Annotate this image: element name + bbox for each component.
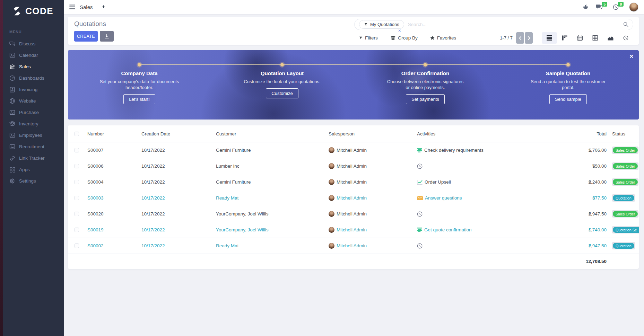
step-title: Order Confirmation [373, 70, 477, 76]
cell-total: 750.00 [592, 163, 607, 169]
shop-icon [9, 64, 15, 70]
export-button[interactable] [100, 31, 114, 42]
funnel-icon [364, 23, 368, 26]
hamburger-menu-icon[interactable] [69, 5, 75, 9]
salesperson-avatar [329, 195, 334, 201]
set-payments-button[interactable]: Set payments [406, 94, 445, 104]
select-all-checkbox[interactable] [75, 132, 79, 136]
row-checkbox[interactable] [75, 148, 79, 152]
invoice-document-icon [9, 87, 15, 92]
brand-name: CODE [25, 6, 53, 17]
activity-view-icon[interactable] [618, 32, 633, 44]
row-checkbox[interactable] [75, 228, 79, 232]
cell-customer: YourCompany, Joel Willis [216, 227, 329, 232]
app-title[interactable]: Sales [80, 4, 93, 10]
favorites-label: Favorites [437, 35, 456, 41]
list-controls: Filters Group By Favorites 1-7 / 7 [354, 32, 633, 44]
search-input[interactable]: Search... [408, 22, 427, 27]
filter-chip-my-quotations[interactable]: My Quotations ✕ [359, 20, 404, 29]
sidebar-item-apps[interactable]: Apps [0, 164, 64, 175]
download-icon [104, 34, 109, 39]
col-header-creation-date[interactable]: Creation Date [141, 131, 216, 136]
lets-start-button[interactable]: Let's start! [123, 94, 155, 104]
cell-activity[interactable]: Answer questions [425, 195, 462, 201]
main-content: Quotations CREATE My Quotations ✕ Search… [64, 14, 644, 336]
sidebar-item-inventory[interactable]: Inventory [0, 118, 64, 130]
col-header-status[interactable]: Status [607, 131, 639, 136]
row-checkbox[interactable] [75, 180, 79, 184]
graph-view-icon[interactable] [603, 32, 618, 44]
table-row[interactable]: S00019 10/17/2022 YourCompany, Joel Will… [68, 222, 639, 238]
sidebar-item-label: Settings [19, 178, 36, 184]
gauge-icon [9, 75, 15, 81]
cell-activity[interactable]: Get quote confirmation [424, 227, 472, 232]
sidebar-item-employees[interactable]: Employees [0, 130, 64, 141]
search-bar[interactable]: My Quotations ✕ Search... [354, 19, 633, 30]
filters-button[interactable]: Filters [359, 35, 378, 41]
table-row[interactable]: S00002 10/17/2022 Ready Mat Mitchell Adm… [68, 238, 639, 254]
col-header-total[interactable]: Total [571, 131, 607, 136]
chart-activity-icon [417, 180, 423, 185]
kanban-view-icon[interactable] [557, 32, 572, 44]
debug-bug-icon[interactable] [583, 4, 588, 10]
cell-total: 2,240.00 [588, 179, 607, 185]
cell-number: S00007 [81, 148, 141, 153]
sidebar-item-link-tracker[interactable]: Link Tracker [0, 152, 64, 164]
sidebar-item-discuss[interactable]: Discuss [0, 38, 64, 50]
add-tab-button[interactable]: + [102, 3, 105, 10]
cell-number: S00004 [81, 179, 141, 185]
filter-chip-label: My Quotations [370, 22, 399, 27]
table-header-row: Number Creation Date Customer Salesperso… [68, 125, 639, 142]
brand-logo[interactable]: CODE [0, 0, 64, 22]
sidebar-item-invoicing[interactable]: Invoicing [0, 84, 64, 95]
messages-icon[interactable]: 5 [596, 4, 602, 10]
pager-next-button[interactable] [525, 32, 533, 44]
cell-activity[interactable]: Order Upsell [425, 179, 451, 185]
customize-button[interactable]: Customize [266, 88, 298, 98]
row-checkbox[interactable] [75, 244, 79, 248]
salesperson-avatar [329, 147, 334, 153]
onboarding-step-order-confirmation: Order Confirmation Choose between electr… [373, 70, 477, 104]
table-row[interactable]: S00020 10/17/2022 YourCompany, Joel Will… [68, 206, 639, 222]
send-sample-button[interactable]: Send sample [549, 94, 587, 104]
table-row[interactable]: S00004 10/17/2022 Gemini Furniture Mitch… [68, 174, 639, 190]
sidebar-item-settings[interactable]: Settings [0, 175, 64, 187]
row-checkbox[interactable] [75, 196, 79, 200]
table-row[interactable]: S00007 10/17/2022 Gemini Furniture Mitch… [68, 142, 639, 158]
sidebar-item-label: Recruitment [19, 144, 44, 149]
group-by-button[interactable]: Group By [391, 35, 418, 41]
clock-activity-icon[interactable] [417, 211, 423, 217]
row-checkbox[interactable] [75, 164, 79, 168]
create-button[interactable]: CREATE [74, 31, 98, 42]
page-title: Quotations [74, 20, 106, 28]
col-header-activities[interactable]: Activities [417, 131, 571, 136]
table-row[interactable]: S00006 10/17/2022 Lumber Inc Mitchell Ad… [68, 158, 639, 174]
timeline-dot [566, 63, 570, 67]
sidebar-item-calendar[interactable]: Calendar [0, 50, 64, 61]
col-header-customer[interactable]: Customer [216, 131, 329, 136]
favorites-button[interactable]: Favorites [430, 35, 456, 41]
table-row[interactable]: S00003 10/17/2022 Ready Mat Mitchell Adm… [68, 190, 639, 206]
col-header-salesperson[interactable]: Salesperson [329, 131, 417, 136]
pager-previous-button[interactable] [516, 32, 524, 44]
row-checkbox[interactable] [75, 212, 79, 216]
col-header-number[interactable]: Number [81, 131, 141, 136]
search-icon[interactable] [623, 22, 628, 27]
close-icon[interactable]: ✕ [629, 53, 634, 60]
cell-activity[interactable]: Check delivery requirements [424, 148, 484, 153]
pivot-view-icon[interactable] [588, 32, 603, 44]
sidebar-item-dashboards[interactable]: Dashboards [0, 72, 64, 84]
sidebar-item-website[interactable]: Website [0, 95, 64, 107]
clock-activity-icon[interactable] [417, 163, 423, 169]
sidebar-item-sales[interactable]: Sales [0, 61, 64, 72]
onboarding-step-company-data: Company Data Set your company's data for… [87, 70, 191, 104]
status-badge-label: Quotation Se [613, 227, 639, 233]
sidebar-item-recruitment[interactable]: Recruitment [0, 141, 64, 152]
sidebar-item-purchase[interactable]: Purchase [0, 107, 64, 118]
user-avatar[interactable] [629, 2, 638, 12]
activities-clock-icon[interactable]: 8 [613, 4, 619, 10]
calendar-view-icon[interactable] [572, 32, 588, 44]
cell-creation-date: 10/17/2022 [141, 195, 216, 201]
list-view-icon[interactable] [542, 32, 557, 44]
clock-activity-icon[interactable] [417, 243, 423, 249]
